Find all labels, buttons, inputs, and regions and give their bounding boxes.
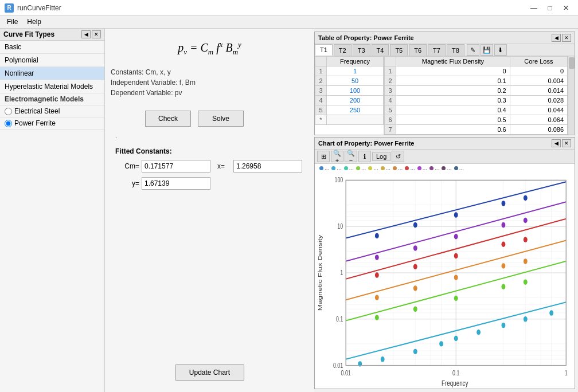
prop-header-num	[385, 57, 396, 66]
prop-num-6: 6	[385, 115, 396, 125]
svg-point-74	[524, 279, 528, 284]
table-row: 5 0.4 0.044	[385, 105, 568, 115]
legend-item-12: ...	[454, 165, 464, 171]
cl-val-2[interactable]: 0.004	[510, 76, 567, 86]
legend-item-11: ...	[442, 165, 451, 171]
legend-dot-12	[454, 166, 458, 170]
mfd-val-6[interactable]: 0.5	[396, 115, 510, 125]
sidebar-item-hyperelastic[interactable]: Hyperelastic Material Models	[0, 80, 104, 93]
sidebar: Curve Fit Types ◀ ✕ Basic Polynomial Non…	[0, 29, 105, 392]
minimize-button[interactable]: —	[526, 2, 541, 14]
table-scrollbar[interactable]	[568, 56, 575, 135]
prop-num-3: 3	[385, 86, 396, 96]
chart-select-tool[interactable]: ⊞	[317, 151, 330, 162]
cl-val-4[interactable]: 0.028	[510, 96, 567, 105]
freq-val-5[interactable]: 250	[327, 105, 384, 115]
constant-row-cm: Cm= x=	[111, 160, 308, 173]
table-edit-button[interactable]: ✎	[467, 44, 479, 56]
update-chart-button[interactable]: Update Chart	[175, 364, 244, 381]
tab-t2[interactable]: T2	[334, 44, 352, 56]
mfd-val-7[interactable]: 0.6	[396, 125, 510, 135]
svg-point-66	[413, 285, 417, 291]
fitted-constants-title: Fitted Constants:	[115, 147, 308, 155]
sidebar-close-button[interactable]: ✕	[92, 30, 101, 38]
tab-t5[interactable]: T5	[390, 44, 408, 56]
svg-point-81	[501, 323, 505, 328]
svg-point-71	[413, 307, 417, 312]
legend-dot-5	[368, 166, 372, 170]
freq-val-4[interactable]: 200	[327, 96, 384, 105]
legend-item-8: ...	[405, 165, 415, 171]
cl-val-6[interactable]: 0.064	[510, 115, 567, 125]
legend-label-5: ...	[373, 165, 378, 171]
tab-t1[interactable]: T1	[315, 44, 333, 56]
cm-input[interactable]	[142, 160, 210, 173]
menu-file[interactable]: File	[2, 17, 22, 27]
cl-val-5[interactable]: 0.044	[510, 105, 567, 115]
table-save-button[interactable]: 💾	[481, 44, 493, 56]
sidebar-item-polynomial[interactable]: Polynomial	[0, 54, 104, 67]
mfd-val-4[interactable]: 0.3	[396, 96, 510, 105]
freq-val-2[interactable]: 50	[327, 76, 384, 86]
y-input[interactable]	[142, 177, 210, 190]
tab-t8[interactable]: T8	[447, 44, 464, 56]
sidebar-undock-button[interactable]: ◀	[81, 30, 91, 38]
chart-close-button[interactable]: ✕	[562, 139, 571, 147]
legend-dot-1	[319, 166, 323, 170]
sidebar-radio-electrical-steel[interactable]: Electrical Steel	[0, 105, 104, 117]
radio-power-ferrite[interactable]	[5, 120, 12, 127]
maximize-button[interactable]: □	[542, 2, 557, 14]
freq-val-3[interactable]: 100	[327, 86, 384, 96]
table-import-button[interactable]: ⬇	[494, 44, 507, 56]
cl-val-1[interactable]: 0	[510, 66, 567, 76]
table-tabs: T1 T2 T3 T4 T5 T6 T7 T8 ✎ 💾 ⬇	[315, 44, 575, 56]
mfd-val-3[interactable]: 0.2	[396, 86, 510, 96]
independent-info: Independent Variable: f, Bm	[111, 79, 308, 87]
mfd-val-2[interactable]: 0.1	[396, 76, 510, 86]
legend-item-6: ...	[381, 165, 390, 171]
chart-refresh-tool[interactable]: ↺	[392, 151, 404, 162]
table-content: Frequency 1 1 2 50	[315, 56, 575, 135]
sidebar-item-nonlinear[interactable]: Nonlinear	[0, 67, 104, 80]
svg-text:1: 1	[340, 269, 343, 277]
x-input[interactable]	[233, 160, 302, 173]
mfd-header: Magnetic Flux Density	[396, 57, 510, 66]
svg-point-55	[375, 254, 379, 260]
table-panel: Table of Property: Power Ferrite ◀ ✕ T1 …	[314, 32, 575, 135]
menu-help[interactable]: Help	[22, 17, 46, 27]
close-button[interactable]: ✕	[559, 2, 573, 14]
sidebar-radio-power-ferrite[interactable]: Power Ferrite	[0, 117, 104, 130]
radio-electrical-steel[interactable]	[5, 108, 12, 115]
table-row: 2 50	[315, 76, 384, 86]
svg-point-59	[524, 218, 528, 223]
svg-point-78	[439, 341, 443, 346]
freq-val-1[interactable]: 1	[327, 66, 384, 76]
chart-log-button[interactable]: Log	[372, 152, 390, 161]
cl-val-7[interactable]: 0.086	[510, 125, 567, 135]
legend-label-8: ...	[410, 165, 415, 171]
freq-val-new[interactable]	[327, 115, 384, 125]
tab-t4[interactable]: T4	[372, 44, 389, 56]
svg-text:0.1: 0.1	[452, 369, 459, 377]
chart-zoom-in-tool[interactable]: 🔍+	[331, 151, 343, 162]
cl-val-3[interactable]: 0.014	[510, 86, 567, 96]
chart-undock-button[interactable]: ◀	[552, 139, 561, 147]
legend-dot-6	[381, 166, 385, 170]
tab-t3[interactable]: T3	[353, 44, 370, 56]
mfd-val-5[interactable]: 0.4	[396, 105, 510, 115]
chart-info-tool[interactable]: ℹ	[358, 151, 371, 162]
tab-t6[interactable]: T6	[409, 44, 427, 56]
y-label: y=	[111, 179, 139, 187]
table-row: 2 0.1 0.004	[385, 76, 568, 86]
mfd-val-1[interactable]: 0	[396, 66, 510, 76]
sidebar-item-basic[interactable]: Basic	[0, 41, 104, 54]
svg-point-58	[501, 222, 505, 228]
solve-button[interactable]: Solve	[198, 111, 244, 127]
table-close-button[interactable]: ✕	[562, 34, 571, 42]
check-button[interactable]: Check	[145, 111, 191, 127]
chart-zoom-out-tool[interactable]: 🔍−	[345, 151, 357, 162]
table-row: 6 0.5 0.064	[385, 115, 568, 125]
legend-dot-4	[356, 166, 360, 170]
tab-t7[interactable]: T7	[428, 44, 446, 56]
table-undock-button[interactable]: ◀	[552, 34, 561, 42]
